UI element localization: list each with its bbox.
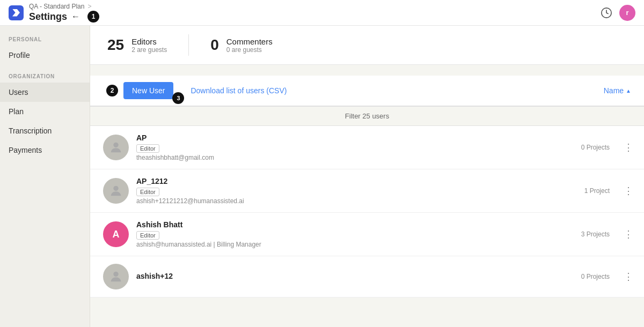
page-title-area: Settings ← 1 bbox=[29, 11, 99, 23]
commenters-label: Commenters bbox=[226, 37, 273, 46]
user-list: APEditortheashishbhatt@gmail.com0 Projec… bbox=[103, 126, 631, 298]
user-more-button[interactable]: ⋮ bbox=[621, 226, 635, 242]
user-avatar-img bbox=[103, 264, 129, 289]
commenters-stat: 0 Commenters 0 are guests bbox=[210, 36, 294, 54]
breadcrumb-separator: > bbox=[87, 3, 91, 10]
user-avatar-img bbox=[103, 135, 129, 160]
stat-divider bbox=[188, 34, 189, 56]
sidebar-org-section: ORGANIZATION Users Plan Transcription Pa… bbox=[0, 73, 90, 160]
user-name: AP_1212 bbox=[136, 177, 577, 185]
topbar-right: r bbox=[600, 5, 635, 21]
user-more-button[interactable]: ⋮ bbox=[621, 269, 635, 285]
app-logo-icon bbox=[12, 9, 20, 17]
stats-bar: 25 Editors 2 are guests 0 Commenters 0 a… bbox=[90, 26, 644, 65]
commenters-info: Commenters 0 are guests bbox=[226, 37, 273, 54]
user-row: ashish+120 Projects⋮ bbox=[90, 256, 644, 298]
user-row: AP_1212Editorashish+12121212@humanassist… bbox=[90, 169, 644, 213]
sidebar-item-plan[interactable]: Plan bbox=[0, 102, 90, 121]
user-role-badge: Editor bbox=[136, 188, 159, 196]
history-icon[interactable] bbox=[600, 6, 613, 19]
step1-badge: 1 bbox=[87, 11, 99, 23]
user-info: APEditortheashishbhatt@gmail.com bbox=[136, 133, 574, 161]
user-avatar-img: A bbox=[103, 221, 129, 247]
svg-point-2 bbox=[113, 186, 118, 191]
user-projects: 0 Projects bbox=[581, 144, 610, 151]
step3-badge: 3 bbox=[172, 92, 184, 104]
users-toolbar: 2 New User 3 Download list of users (CSV… bbox=[90, 76, 644, 106]
sidebar-personal-section: PERSONAL Profile bbox=[0, 36, 90, 65]
filter-row: Filter 25 users bbox=[90, 106, 644, 126]
sort-arrow-icon: ▲ bbox=[626, 88, 631, 94]
user-avatar-img bbox=[103, 178, 129, 204]
topbar-left: QA - Standard Plan > Settings ← 1 bbox=[9, 3, 99, 23]
breadcrumb: QA - Standard Plan > bbox=[29, 3, 99, 10]
new-user-button[interactable]: New User bbox=[123, 82, 173, 99]
sidebar-org-label: ORGANIZATION bbox=[0, 73, 90, 79]
user-info: Ashish BhattEditorashish@humanassisted.a… bbox=[136, 220, 574, 248]
content-area: 25 Editors 2 are guests 0 Commenters 0 a… bbox=[90, 26, 644, 327]
user-info: AP_1212Editorashish+12121212@humanassist… bbox=[136, 177, 577, 205]
sidebar-item-users[interactable]: Users bbox=[0, 83, 90, 102]
main-layout: PERSONAL Profile ORGANIZATION Users Plan… bbox=[0, 26, 644, 327]
editors-stat: 25 Editors 2 are guests bbox=[107, 36, 188, 54]
user-email: ashish+12121212@humanassisted.ai bbox=[136, 197, 577, 205]
app-logo[interactable] bbox=[9, 5, 24, 20]
user-role-badge: Editor bbox=[136, 144, 159, 153]
user-row: APEditortheashishbhatt@gmail.com0 Projec… bbox=[90, 126, 644, 169]
sidebar-item-profile[interactable]: Profile bbox=[0, 46, 90, 65]
step2-badge: 2 bbox=[106, 85, 118, 96]
user-projects: 1 Project bbox=[584, 187, 610, 195]
filter-text: Filter 25 users bbox=[345, 112, 389, 120]
user-projects: 0 Projects bbox=[581, 273, 610, 280]
sidebar: PERSONAL Profile ORGANIZATION Users Plan… bbox=[0, 26, 90, 327]
sort-name-button[interactable]: Name ▲ bbox=[604, 86, 631, 95]
svg-point-3 bbox=[113, 272, 118, 277]
back-arrow-icon[interactable]: ← bbox=[71, 12, 80, 21]
user-row: AAshish BhattEditorashish@humanassisted.… bbox=[90, 213, 644, 256]
user-name: Ashish Bhatt bbox=[136, 220, 574, 229]
user-projects: 3 Projects bbox=[581, 231, 610, 238]
user-role-badge: Editor bbox=[136, 231, 159, 240]
editors-sub: 2 are guests bbox=[131, 46, 167, 54]
user-email: theashishbhatt@gmail.com bbox=[136, 154, 574, 161]
user-name: ashish+12 bbox=[136, 272, 574, 280]
sort-name-label: Name bbox=[604, 86, 624, 95]
user-name: AP bbox=[136, 133, 574, 142]
user-more-button[interactable]: ⋮ bbox=[621, 139, 635, 155]
user-more-button[interactable]: ⋮ bbox=[621, 183, 635, 199]
download-csv-button[interactable]: Download list of users (CSV) bbox=[188, 82, 289, 99]
topbar: QA - Standard Plan > Settings ← 1 r bbox=[0, 0, 644, 26]
commenters-sub: 0 are guests bbox=[226, 46, 273, 54]
svg-point-1 bbox=[113, 143, 118, 147]
commenters-count: 0 bbox=[210, 36, 219, 54]
page-title: Settings bbox=[29, 11, 67, 23]
sidebar-item-payments[interactable]: Payments bbox=[0, 140, 90, 160]
editors-info: Editors 2 are guests bbox=[131, 37, 167, 54]
editors-count: 25 bbox=[107, 36, 124, 54]
sidebar-personal-label: PERSONAL bbox=[0, 36, 90, 42]
users-section: 2 New User 3 Download list of users (CSV… bbox=[90, 65, 644, 308]
breadcrumb-text: QA - Standard Plan bbox=[29, 3, 84, 10]
sidebar-item-transcription[interactable]: Transcription bbox=[0, 121, 90, 140]
user-avatar[interactable]: r bbox=[619, 5, 635, 21]
user-info: ashish+12 bbox=[136, 272, 574, 281]
editors-label: Editors bbox=[131, 37, 167, 46]
user-email: ashish@humanassisted.ai | Billing Manage… bbox=[136, 241, 574, 248]
